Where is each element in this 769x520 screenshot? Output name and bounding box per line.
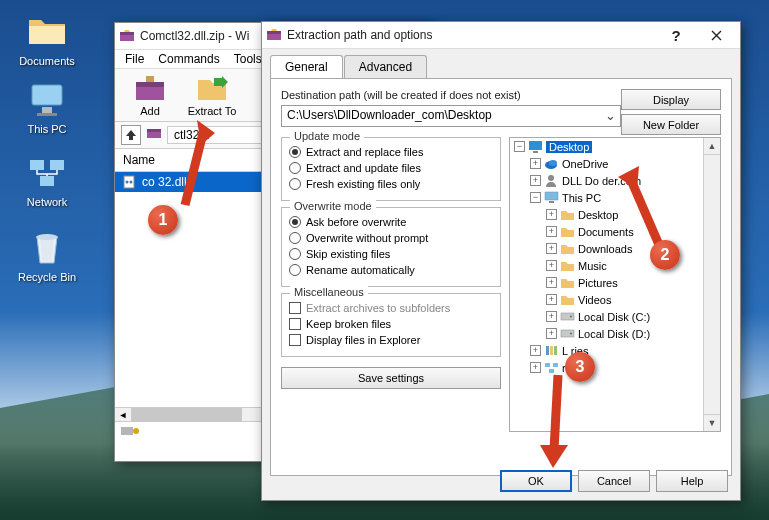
save-settings-button[interactable]: Save settings: [281, 367, 501, 389]
expand-icon[interactable]: +: [546, 226, 557, 237]
user-icon: [544, 174, 559, 187]
ok-button[interactable]: OK: [500, 470, 572, 492]
tree-node[interactable]: +Local Disk (D:): [510, 325, 720, 342]
radio-skip-existing[interactable]: Skip existing files: [289, 246, 493, 262]
radio-icon: [289, 232, 301, 244]
expand-icon[interactable]: +: [546, 260, 557, 271]
expand-icon[interactable]: +: [546, 311, 557, 322]
cancel-button[interactable]: Cancel: [578, 470, 650, 492]
expand-icon[interactable]: +: [530, 362, 541, 373]
tree-node[interactable]: +L ries: [510, 342, 720, 359]
tree-scrollbar[interactable]: ▲ ▼: [703, 138, 720, 431]
svg-rect-33: [546, 346, 549, 355]
tree-node[interactable]: + rk: [510, 359, 720, 376]
tree-node[interactable]: +Videos: [510, 291, 720, 308]
archive-icon: [146, 125, 162, 145]
expand-icon[interactable]: −: [530, 192, 541, 203]
display-button[interactable]: Display: [621, 89, 721, 110]
group-title: Miscellaneous: [290, 286, 368, 298]
scroll-down-button[interactable]: ▼: [704, 414, 720, 431]
tree-node[interactable]: +DLL Do der.com: [510, 172, 720, 189]
svg-rect-3: [30, 160, 44, 170]
tree-node[interactable]: +Downloads: [510, 240, 720, 257]
svg-rect-31: [561, 330, 574, 337]
expand-icon[interactable]: +: [546, 243, 557, 254]
desktop-icon-network[interactable]: Network: [12, 153, 82, 208]
menu-tools[interactable]: Tools: [234, 52, 262, 66]
folder-icon: [560, 225, 575, 238]
chk-keep-broken[interactable]: Keep broken files: [289, 316, 493, 332]
titlebar[interactable]: Extraction path and options ?: [262, 22, 740, 49]
pc-icon: [544, 191, 559, 204]
expand-icon[interactable]: +: [530, 175, 541, 186]
radio-overwrite-noprompt[interactable]: Overwrite without prompt: [289, 230, 493, 246]
desktop-icon-label: Recycle Bin: [12, 271, 82, 283]
menu-commands[interactable]: Commands: [158, 52, 219, 66]
tree-node[interactable]: +Local Disk (C:): [510, 308, 720, 325]
radio-extract-update[interactable]: Extract and update files: [289, 160, 493, 176]
tree-label: Downloads: [578, 243, 632, 255]
pc-icon: [27, 80, 67, 120]
misc-group: Miscellaneous Extract archives to subfol…: [281, 293, 501, 357]
close-button[interactable]: [696, 23, 736, 47]
radio-ask-overwrite[interactable]: Ask before overwrite: [289, 214, 493, 230]
radio-extract-replace[interactable]: Extract and replace files: [289, 144, 493, 160]
expand-icon[interactable]: +: [546, 277, 557, 288]
menu-file[interactable]: File: [125, 52, 144, 66]
expand-icon[interactable]: +: [546, 328, 557, 339]
help-button[interactable]: Help: [656, 470, 728, 492]
network-icon: [27, 153, 67, 193]
checkbox-icon: [289, 302, 301, 314]
expand-icon[interactable]: +: [546, 294, 557, 305]
svg-point-17: [130, 181, 133, 184]
tree-node[interactable]: +Pictures: [510, 274, 720, 291]
svg-rect-0: [32, 85, 62, 105]
svg-rect-22: [529, 141, 542, 150]
tree-node[interactable]: +OneDrive: [510, 155, 720, 172]
scroll-up-button[interactable]: ▲: [704, 138, 720, 155]
tree-label: Documents: [578, 226, 634, 238]
toolbar-add-button[interactable]: Add: [123, 73, 177, 117]
newfolder-button[interactable]: New Folder: [621, 114, 721, 135]
svg-rect-27: [545, 192, 558, 200]
toolbar-label: Add: [123, 105, 177, 117]
tree-label: Local Disk (C:): [578, 311, 650, 323]
svg-point-6: [36, 234, 58, 240]
tree-label: Pictures: [578, 277, 618, 289]
tab-advanced[interactable]: Advanced: [344, 55, 427, 78]
tab-general[interactable]: General: [270, 55, 343, 78]
extract-icon: [194, 73, 230, 103]
folder-icon: [560, 242, 575, 255]
tree-node[interactable]: −This PC: [510, 189, 720, 206]
radio-fresh-only[interactable]: Fresh existing files only: [289, 176, 493, 192]
onedrive-icon: [544, 157, 559, 170]
tree-node[interactable]: +Desktop: [510, 206, 720, 223]
tree-label: Local Disk (D:): [578, 328, 650, 340]
expand-icon[interactable]: −: [514, 141, 525, 152]
chk-display-explorer[interactable]: Display files in Explorer: [289, 332, 493, 348]
desktop-icon-documents[interactable]: Documents: [12, 12, 82, 67]
destination-input[interactable]: C:\Users\DllDownloader_com\Desktop: [281, 105, 621, 127]
svg-rect-4: [50, 160, 64, 170]
tree-label: DLL Do der.com: [562, 175, 641, 187]
svg-rect-18: [121, 427, 133, 435]
expand-icon[interactable]: +: [530, 158, 541, 169]
expand-icon[interactable]: +: [530, 345, 541, 356]
toolbar-extract-button[interactable]: Extract To: [185, 73, 239, 117]
tree-label: rk: [562, 362, 571, 374]
desktop-icon-recyclebin[interactable]: Recycle Bin: [12, 228, 82, 283]
svg-rect-2: [37, 113, 57, 116]
bin-icon: [27, 228, 67, 268]
tree-label: OneDrive: [562, 158, 608, 170]
tree-node[interactable]: +Documents: [510, 223, 720, 240]
help-button[interactable]: ?: [656, 23, 696, 47]
expand-icon[interactable]: +: [546, 209, 557, 220]
tree-node[interactable]: +Music: [510, 257, 720, 274]
radio-rename-auto[interactable]: Rename automatically: [289, 262, 493, 278]
up-button[interactable]: [121, 125, 141, 145]
window-title: Extraction path and options: [287, 28, 656, 42]
desktop-icon-thispc[interactable]: This PC: [12, 80, 82, 135]
tree-node[interactable]: −Desktop: [510, 138, 720, 155]
svg-rect-10: [136, 82, 164, 87]
folder-tree[interactable]: −Desktop+OneDrive+DLL Do der.com−This PC…: [509, 137, 721, 432]
